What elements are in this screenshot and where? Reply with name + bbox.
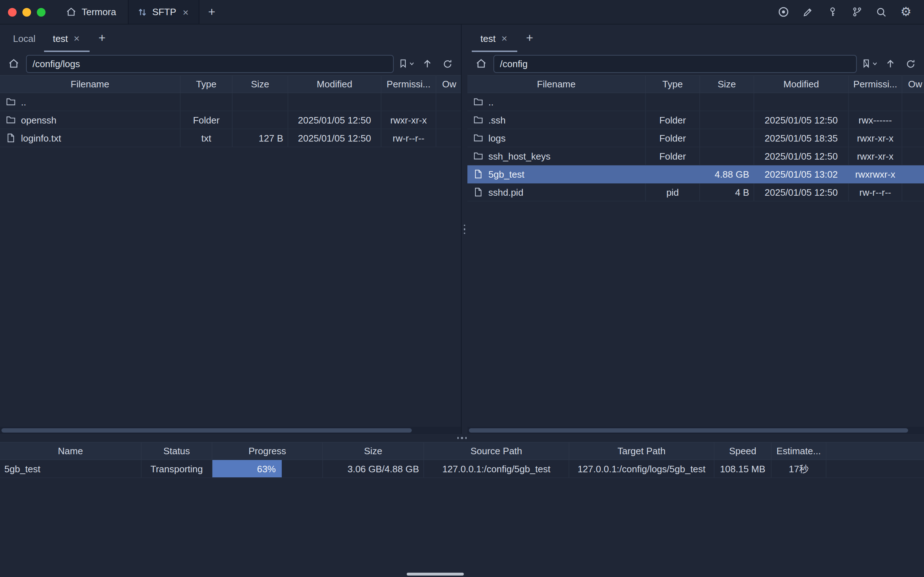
column-header-target-path[interactable]: Target Path	[569, 442, 714, 460]
zoom-window-button[interactable]	[37, 8, 45, 16]
tab-termora[interactable]: Termora	[54, 0, 127, 24]
column-header-modified[interactable]: Modified	[288, 75, 381, 93]
column-header-size[interactable]: Size	[233, 75, 288, 93]
pane-splitter[interactable]	[461, 24, 468, 434]
column-header-filename[interactable]: Filename	[0, 75, 181, 93]
refresh-button[interactable]	[439, 56, 455, 71]
edit-icon[interactable]	[801, 5, 814, 18]
column-header-progress[interactable]: Progress	[213, 442, 323, 460]
table-row[interactable]: sshd.pid pid 4 B 2025/01/05 12:50 rw-r--…	[468, 184, 924, 201]
transfers-panel: Name Status Progress Size Source Path Ta…	[0, 442, 924, 577]
column-header-speed[interactable]: Speed	[714, 442, 772, 460]
transfer-row[interactable]: 5gb_test Transporting 63% 3.06 GB/4.88 G…	[0, 460, 924, 478]
column-header-owner[interactable]: Ow	[902, 75, 924, 93]
branch-icon[interactable]	[850, 5, 863, 18]
search-icon[interactable]	[875, 5, 888, 18]
new-tab-button[interactable]: +	[199, 0, 224, 24]
bookmark-button[interactable]	[861, 58, 878, 69]
local-pane-tabs: Local test × +	[0, 24, 461, 52]
remote-file-table: Filename Type Size Modified Permissi... …	[468, 75, 924, 427]
close-window-button[interactable]	[8, 8, 17, 16]
folder-icon	[6, 115, 16, 125]
termora-window: Termora SFTP × + ⚙	[0, 0, 924, 577]
table-row[interactable]: openssh Folder 2025/01/05 12:50 rwxr-xr-…	[0, 111, 461, 129]
folder-icon	[473, 133, 483, 143]
transfer-status: Transporting	[142, 460, 213, 478]
table-row[interactable]: ssh_host_keys Folder 2025/01/05 12:50 rw…	[468, 147, 924, 165]
table-header: Filename Type Size Modified Permissi... …	[0, 75, 461, 93]
transfers-splitter[interactable]	[0, 434, 924, 442]
key-icon[interactable]	[826, 5, 839, 18]
column-header-source-path[interactable]: Source Path	[424, 442, 569, 460]
folder-icon	[473, 151, 483, 161]
tab-local-label: Local	[13, 33, 35, 44]
transfer-arrows-icon	[137, 7, 147, 17]
table-header: Filename Type Size Modified Permissi... …	[468, 75, 924, 93]
scrollbar-thumb[interactable]	[2, 428, 412, 433]
column-header-permissions[interactable]: Permissi...	[849, 75, 902, 93]
local-file-table: Filename Type Size Modified Permissi... …	[0, 75, 461, 427]
bookmark-button[interactable]	[398, 58, 415, 69]
progress-label: 63%	[257, 460, 276, 478]
splitter-handle-icon	[464, 225, 466, 234]
chevron-down-icon	[409, 61, 415, 66]
column-header-type[interactable]: Type	[181, 75, 233, 93]
transfer-progress-bar: 63%	[213, 460, 323, 478]
transfers-header: Name Status Progress Size Source Path Ta…	[0, 442, 924, 460]
parent-directory-button[interactable]	[419, 56, 435, 71]
column-header-status[interactable]: Status	[142, 442, 213, 460]
column-header-owner[interactable]: Ow	[436, 75, 461, 93]
home-button[interactable]	[473, 56, 489, 71]
column-header-size[interactable]: Size	[323, 442, 424, 460]
tab-test-right[interactable]: test ×	[472, 24, 517, 52]
file-icon	[6, 133, 16, 143]
table-row[interactable]: ..	[0, 93, 461, 111]
table-row-selected[interactable]: 5gb_test 4.88 GB 2025/01/05 13:02 rwxrwx…	[468, 165, 924, 184]
table-row[interactable]: ..	[468, 93, 924, 111]
column-header-type[interactable]: Type	[646, 75, 700, 93]
table-row[interactable]: .ssh Folder 2025/01/05 12:50 rwx------	[468, 111, 924, 129]
window-controls	[0, 0, 54, 24]
bottom-scrollbar[interactable]	[407, 573, 464, 575]
app-tab-label: Termora	[82, 6, 116, 17]
tab-sftp[interactable]: SFTP ×	[127, 0, 199, 24]
settings-icon[interactable]: ⚙	[900, 5, 913, 18]
add-tab-button[interactable]: +	[90, 24, 114, 52]
local-path-input[interactable]	[26, 55, 394, 73]
splitter-handle-icon	[457, 437, 467, 439]
transfer-speed: 108.15 MB	[714, 460, 772, 478]
column-header-filler	[826, 442, 924, 460]
table-row[interactable]: logs Folder 2025/01/05 18:35 rwxr-xr-x	[468, 129, 924, 147]
horizontal-scrollbar	[468, 427, 924, 434]
table-row[interactable]: loginfo.txt txt 127 B 2025/01/05 12:50 r…	[0, 129, 461, 147]
tab-local[interactable]: Local	[4, 24, 44, 52]
file-icon	[473, 169, 483, 179]
titlebar-actions: ⚙	[777, 0, 924, 24]
close-tab-icon[interactable]: ×	[500, 32, 509, 44]
sftp-tab-label: SFTP	[152, 6, 176, 17]
remote-pane-tabs: test × +	[468, 24, 924, 52]
local-pane: Local test × +	[0, 24, 461, 434]
column-header-permissions[interactable]: Permissi...	[381, 75, 436, 93]
file-icon	[473, 187, 483, 197]
close-tab-icon[interactable]: ×	[181, 6, 190, 18]
column-header-filename[interactable]: Filename	[468, 75, 646, 93]
filename: sshd.pid	[489, 184, 523, 201]
record-icon[interactable]	[777, 5, 790, 18]
column-header-name[interactable]: Name	[0, 442, 142, 460]
column-header-modified[interactable]: Modified	[754, 75, 849, 93]
minimize-window-button[interactable]	[23, 8, 31, 16]
transfer-target-path: 127.0.0.1:/config/logs/5gb_test	[569, 460, 714, 478]
scrollbar-thumb[interactable]	[469, 428, 908, 433]
column-header-estimate[interactable]: Estimate...	[772, 442, 826, 460]
parent-directory-button[interactable]	[882, 56, 898, 71]
close-tab-icon[interactable]: ×	[72, 32, 81, 44]
column-header-size[interactable]: Size	[700, 75, 754, 93]
refresh-button[interactable]	[902, 56, 918, 71]
home-button[interactable]	[6, 56, 22, 71]
add-tab-button[interactable]: +	[517, 24, 542, 52]
tab-test-left[interactable]: test ×	[44, 24, 90, 52]
remote-path-input[interactable]	[493, 55, 857, 73]
filename: 5gb_test	[489, 165, 524, 183]
titlebar: Termora SFTP × + ⚙	[0, 0, 924, 24]
